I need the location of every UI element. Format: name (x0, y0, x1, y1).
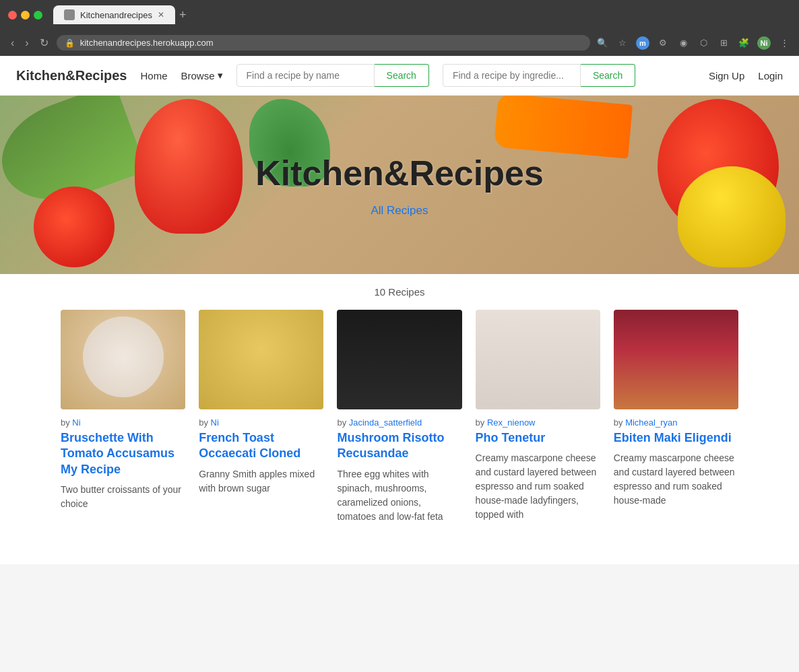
tab-favicon (64, 9, 75, 20)
nav-home-link[interactable]: Home (141, 70, 168, 81)
nav-browse-dropdown[interactable]: Browse ▾ (181, 69, 223, 81)
recipe-image (337, 310, 461, 409)
new-tab-button[interactable]: + (179, 8, 187, 22)
apps-icon[interactable]: ⊞ (717, 36, 730, 50)
recipe-author-label: by Ni (61, 417, 185, 428)
recipe-description: Granny Smith apples mixed with brown sug… (199, 467, 323, 496)
back-button[interactable]: ‹ (8, 34, 17, 52)
site-brand[interactable]: Kitchen&Recipes (16, 68, 127, 83)
all-recipes-link[interactable]: All Recipes (371, 204, 428, 217)
recipe-image (61, 310, 185, 409)
recipe-card[interactable]: by Ni French Toast Occaecati Cloned Gran… (192, 310, 330, 537)
hero-title: Kitchen&Recipes (255, 153, 544, 193)
address-bar[interactable]: 🔒 kitchenandrecipes.herokuapp.com (57, 35, 590, 51)
recipe-name-search-group: Search (236, 64, 429, 87)
recipe-author-label: by Micheal_ryan (614, 417, 738, 428)
browser-titlebar: Kitchenandrecipes ✕ + (0, 0, 799, 30)
hero-banner: Kitchen&Recipes All Recipes (0, 96, 799, 274)
recipe-name-search-button[interactable]: Search (375, 64, 429, 87)
recipe-ingredient-search-button[interactable]: Search (581, 64, 635, 87)
yellow-pepper-decoration (678, 166, 786, 267)
main-nav: Kitchen&Recipes Home Browse ▾ Search Sea… (0, 56, 799, 96)
signup-link[interactable]: Sign Up (709, 70, 744, 81)
tab-bar: Kitchenandrecipes ✕ + (53, 5, 791, 24)
profile-icon-m[interactable]: m (636, 36, 649, 50)
close-traffic-light[interactable] (8, 11, 17, 20)
recipe-name[interactable]: Ebiten Maki Eligendi (614, 430, 738, 446)
recipe-author-label: by Ni (199, 417, 323, 428)
recipe-image (199, 310, 323, 409)
recipe-author-label: by Jacinda_satterfield (337, 417, 461, 428)
recipe-card[interactable]: by Rex_nienow Pho Tenetur Creamy mascarp… (469, 310, 607, 537)
traffic-lights (8, 11, 42, 20)
recipe-image (476, 310, 600, 409)
active-tab[interactable]: Kitchenandrecipes ✕ (53, 5, 175, 24)
recipe-author-name[interactable]: Jacinda_satterfield (349, 417, 422, 428)
recipe-name[interactable]: Mushroom Risotto Recusandae (337, 430, 461, 462)
tomato-left-decoration (34, 187, 115, 267)
recipe-author-name[interactable]: Rex_nienow (487, 417, 536, 428)
address-url: kitchenandrecipes.herokuapp.com (80, 38, 582, 48)
recipe-author-label: by Rex_nienow (476, 417, 600, 428)
recipe-name[interactable]: Pho Tenetur (476, 430, 600, 446)
recipe-name[interactable]: Bruschette With Tomato Accusamus My Reci… (61, 430, 185, 477)
recipe-ingredient-search-group: Search (443, 64, 635, 87)
recipe-name[interactable]: French Toast Occaecati Cloned (199, 430, 323, 462)
browser-icons: 🔍 ☆ m ⚙ ◉ ⬡ ⊞ 🧩 Ni ⋮ (596, 36, 791, 50)
recipe-card[interactable]: by Ni Bruschette With Tomato Accusamus M… (54, 310, 192, 537)
bookmark-icon[interactable]: ☆ (616, 36, 629, 50)
fullscreen-traffic-light[interactable] (34, 11, 42, 20)
menu-icon[interactable]: ⋮ (777, 36, 791, 50)
recipe-ingredient-input[interactable] (443, 64, 581, 87)
recipe-description: Creamy mascarpone cheese and custard lay… (614, 451, 738, 508)
user-avatar[interactable]: Ni (757, 36, 771, 50)
sync-icon[interactable]: ◉ (676, 36, 690, 50)
hero-content: Kitchen&Recipes All Recipes (255, 153, 544, 217)
recipe-description: Creamy mascarpone cheese and custard lay… (476, 451, 600, 522)
recipe-image (614, 310, 738, 409)
browser-toolbar: ‹ › ↻ 🔒 kitchenandrecipes.herokuapp.com … (0, 30, 799, 56)
extension-icon[interactable]: ⬡ (697, 36, 710, 50)
chevron-down-icon: ▾ (218, 69, 223, 81)
recipe-author-name[interactable]: Ni (211, 417, 219, 428)
forward-button[interactable]: › (22, 34, 31, 52)
recipe-count-label: 10 Recipes (0, 274, 799, 310)
carrot-decoration (494, 96, 633, 159)
nav-browse-label: Browse (181, 70, 215, 81)
reload-button[interactable]: ↻ (37, 34, 51, 52)
search-icon[interactable]: 🔍 (596, 36, 609, 50)
tab-title: Kitchenandrecipes (80, 10, 152, 20)
browser-window: Kitchenandrecipes ✕ + ‹ › ↻ 🔒 kitchenand… (0, 0, 799, 56)
recipe-description: Two butter croissants of your choice (61, 483, 185, 511)
recipe-card[interactable]: by Jacinda_satterfield Mushroom Risotto … (330, 310, 468, 537)
website: Kitchen&Recipes Home Browse ▾ Search Sea… (0, 56, 799, 564)
login-link[interactable]: Login (758, 70, 783, 81)
red-pepper-decoration (135, 99, 243, 234)
puzzle-icon[interactable]: 🧩 (737, 36, 750, 50)
lock-icon: 🔒 (65, 38, 75, 48)
recipe-author-name[interactable]: Micheal_ryan (625, 417, 677, 428)
minimize-traffic-light[interactable] (21, 11, 30, 20)
recipe-card[interactable]: by Micheal_ryan Ebiten Maki Eligendi Cre… (607, 310, 745, 537)
recipe-description: Three egg whites with spinach, mushrooms… (337, 467, 461, 524)
recipe-name-input[interactable] (236, 64, 375, 87)
recipe-author-name[interactable]: Ni (72, 417, 80, 428)
settings-icon[interactable]: ⚙ (656, 36, 670, 50)
tab-close-button[interactable]: ✕ (158, 10, 164, 20)
recipe-grid: by Ni Bruschette With Tomato Accusamus M… (0, 310, 799, 564)
